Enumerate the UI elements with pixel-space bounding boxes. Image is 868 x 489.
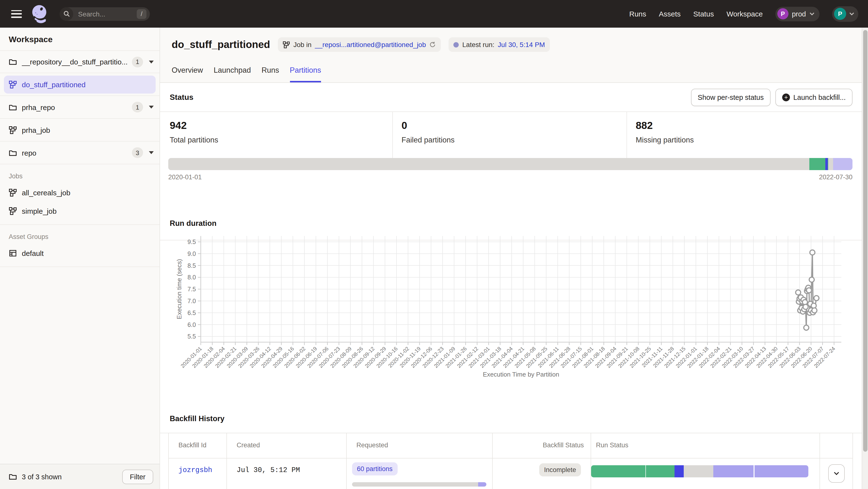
partition-stats: 942Total partitions0Failed partitions882… [160, 112, 862, 158]
caret-down-icon[interactable] [149, 151, 154, 154]
plus-icon: + [782, 93, 790, 101]
sidebar-item-do-stuff-partitioned[interactable]: do_stuff_partitioned [0, 73, 159, 96]
backfill-id-link[interactable]: jozrgsbh [169, 458, 226, 474]
tab-partitions[interactable]: Partitions [290, 66, 321, 83]
col-header-requested: Requested [346, 433, 492, 458]
chevron-down-icon [849, 12, 855, 15]
show-per-step-status-button[interactable]: Show per-step status [691, 89, 771, 106]
sidebar-item-label: all_cereals_job [22, 188, 154, 197]
chevron-down-icon [833, 471, 839, 476]
search-icon [60, 7, 73, 21]
sidebar-item-repo[interactable]: repo3 [0, 141, 159, 164]
col-header-created: Created [227, 433, 346, 458]
dagster-app: / RunsAssetsStatusWorkspace P prod P Wor… [0, 0, 868, 489]
job-origin-link[interactable]: __reposi...artitioned@partitioned_job [315, 41, 426, 48]
stat-label: Missing partitions [636, 136, 862, 144]
sidebar-item-all-cereals-job[interactable]: all_cereals_job [0, 183, 159, 202]
topnav-link-runs[interactable]: Runs [629, 10, 646, 18]
col-header-run-status: Run Status [591, 433, 820, 458]
user-avatar: P [834, 8, 846, 20]
caret-down-icon[interactable] [149, 60, 154, 63]
page-scrollbar[interactable] [862, 28, 868, 489]
group-icon [9, 249, 17, 257]
topnav-link-workspace[interactable]: Workspace [726, 10, 763, 18]
folder-icon [9, 472, 17, 481]
sidebar-list: __repository__do_stuff_partitio...1do_st… [0, 51, 159, 267]
partition-range-start: 2020-01-01 [168, 173, 202, 181]
top-navbar: / RunsAssetsStatusWorkspace P prod P [0, 0, 868, 28]
job-icon [9, 126, 17, 134]
user-menu[interactable]: P [832, 6, 858, 22]
sidebar-item-default[interactable]: default [0, 244, 159, 262]
tab-launchpad[interactable]: Launchpad [214, 66, 251, 83]
count-badge: 1 [132, 102, 143, 112]
reload-icon[interactable] [429, 41, 436, 48]
backfill-status-badge: Incomplete [539, 463, 581, 477]
sidebar-item-label: prha_repo [22, 103, 128, 111]
deployment-switcher[interactable]: P prod [775, 6, 819, 21]
run-status-dot [454, 42, 459, 47]
global-search[interactable]: / [60, 7, 150, 21]
latest-run-link[interactable]: Jul 30, 5:14 PM [498, 41, 545, 48]
stat-label: Failed partitions [402, 136, 626, 144]
stat-total-partitions: 942Total partitions [160, 112, 393, 158]
svg-text:7.0: 7.0 [187, 298, 196, 304]
topnav-link-status[interactable]: Status [693, 10, 714, 18]
sidebar-section-jobs: Jobs [0, 164, 159, 183]
stat-failed-partitions: 0Failed partitions [393, 112, 627, 158]
tab-overview[interactable]: Overview [172, 66, 203, 83]
sidebar-divider [0, 266, 159, 267]
job-icon [9, 207, 17, 215]
backfill-history-table: Backfill IdCreatedRequestedBackfill Stat… [168, 433, 853, 489]
svg-text:Execution time (secs): Execution time (secs) [176, 259, 183, 319]
main-content: do_stuff_partitioned Job in __reposi...a… [160, 28, 862, 489]
launch-backfill-button[interactable]: + Launch backfill... [775, 89, 852, 106]
svg-text:Execution Time by Partition: Execution Time by Partition [483, 371, 559, 378]
expand-row-button[interactable] [828, 464, 844, 483]
sidebar-item-label: prha_job [22, 126, 154, 134]
table-body: jozrgsbhJul 30, 5:12 PM60 partitions2020… [168, 458, 853, 489]
topnav-link-assets[interactable]: Assets [659, 10, 681, 18]
run-status-bar[interactable] [591, 465, 808, 477]
folder-icon [9, 103, 17, 111]
job-icon [283, 41, 290, 48]
sidebar-section-asset-groups: Asset Groups [0, 225, 159, 244]
latest-run-tag: Latest run: Jul 30, 5:14 PM [449, 37, 550, 52]
requested-partitions-pill[interactable]: 60 partitions [352, 462, 397, 476]
job-icon [9, 80, 17, 89]
sidebar-item-prha-job[interactable]: prha_job [0, 119, 159, 141]
job-origin-prefix: Job in [293, 41, 312, 48]
svg-text:7.5: 7.5 [187, 286, 196, 292]
tab-runs[interactable]: Runs [261, 66, 279, 83]
sidebar-item-label: do_stuff_partitioned [22, 80, 152, 89]
col-header-actions [820, 433, 853, 458]
sidebar-item-simple-job[interactable]: simple_job [0, 202, 159, 220]
sidebar-item-repository-do-stuff-partitio[interactable]: __repository__do_stuff_partitio...1 [0, 51, 159, 73]
sidebar-item-prha-repo[interactable]: prha_repo1 [0, 96, 159, 119]
col-header-backfill-id: Backfill Id [168, 433, 227, 458]
run-duration-chart[interactable]: 9.59.08.58.07.57.06.56.05.52020-01-01202… [160, 212, 862, 388]
backfill-created: Jul 30, 5:12 PM [227, 458, 346, 474]
scrollbar-thumb[interactable] [863, 30, 868, 452]
svg-text:5.5: 5.5 [187, 333, 196, 340]
search-input[interactable] [77, 9, 132, 18]
filter-button[interactable]: Filter [122, 469, 153, 484]
svg-text:8.0: 8.0 [187, 274, 196, 281]
latest-run-label: Latest run: [462, 41, 494, 48]
stat-missing-partitions: 882Missing partitions [627, 112, 862, 158]
sidebar-item-label: simple_job [22, 207, 154, 215]
partition-status-bar[interactable] [168, 158, 852, 170]
deployment-avatar: P [777, 8, 788, 20]
page-title: do_stuff_partitioned [172, 39, 270, 51]
count-badge: 3 [132, 147, 143, 158]
svg-text:6.5: 6.5 [187, 309, 196, 316]
hamburger-menu-icon[interactable] [11, 10, 22, 18]
sidebar-item-label: repo [22, 149, 128, 157]
dagster-logo-icon[interactable] [31, 4, 49, 24]
svg-text:9.0: 9.0 [187, 250, 196, 257]
job-page-header: do_stuff_partitioned Job in __reposi...a… [160, 28, 862, 83]
svg-text:9.5: 9.5 [187, 238, 196, 245]
backfill-history-title: Backfill History [170, 414, 224, 423]
status-section-header: Status Show per-step status + Launch bac… [160, 83, 862, 112]
caret-down-icon[interactable] [149, 106, 154, 108]
